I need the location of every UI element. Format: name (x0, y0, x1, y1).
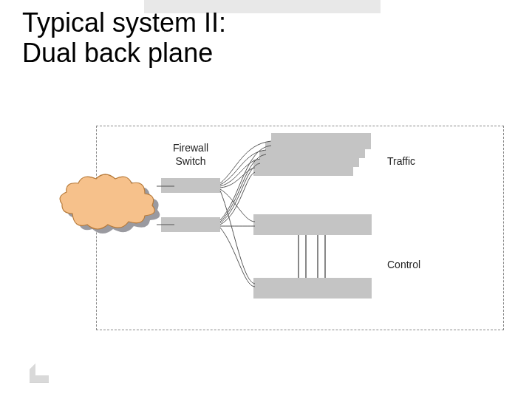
network-cloud-icon (58, 173, 161, 232)
firewall-switch-2 (161, 217, 220, 232)
firewall-switch-label: Firewall Switch (154, 142, 228, 168)
control-label: Control (387, 259, 446, 272)
title-line-1: Typical system II: (22, 7, 226, 38)
midplane-box (253, 214, 372, 235)
page-corner-icon (30, 364, 49, 383)
traffic-label: Traffic (387, 155, 446, 168)
page-title: Typical system II: Dual back plane (22, 7, 226, 69)
control-box (253, 278, 372, 299)
traffic-server-4 (253, 160, 353, 176)
firewall-switch-1 (161, 178, 220, 193)
title-line-2: Dual back plane (22, 38, 213, 68)
